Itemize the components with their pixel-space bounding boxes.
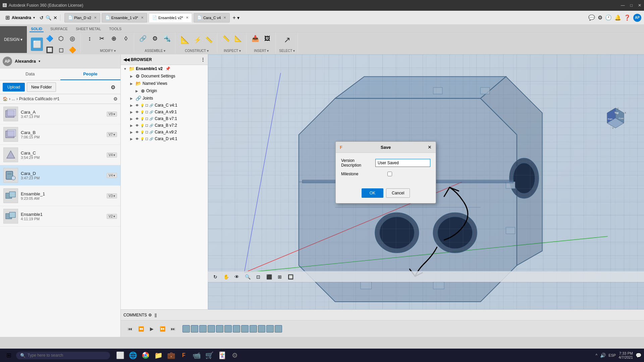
inspect-label[interactable]: INSPECT ▾: [224, 49, 241, 53]
form-icon[interactable]: ◻: [56, 45, 66, 55]
insert-label[interactable]: INSERT ▾: [254, 49, 269, 53]
file-item-ensamble1[interactable]: Ensamble_1 9:23:05 AM V3 ▾: [0, 186, 120, 206]
snap-icon[interactable]: 🔲: [286, 273, 295, 281]
select-label[interactable]: SELECT ▾: [279, 49, 295, 53]
user-dropdown-arrow[interactable]: ▾: [39, 59, 40, 63]
modify-label[interactable]: MODIFY ▾: [100, 49, 115, 53]
timeline-step[interactable]: [216, 325, 223, 333]
tab-add-button[interactable]: +: [232, 15, 235, 21]
assemble-label[interactable]: ASSEMBLE ▾: [145, 49, 165, 53]
mirror-icon[interactable]: 🔶: [67, 45, 78, 55]
grid-toggle-icon[interactable]: ⊞: [275, 273, 284, 281]
refresh-icon[interactable]: ↺: [40, 15, 44, 20]
version-badge-cara-c[interactable]: V4 ▾: [107, 153, 117, 158]
tab-cara-c[interactable]: 📄 Cara_C v4 ✕: [194, 13, 230, 22]
browser-options-icon[interactable]: ⋮: [201, 57, 205, 62]
comments-expand-icon[interactable]: ||: [155, 313, 157, 317]
breadcrumb-ellipsis[interactable]: ...: [12, 97, 15, 101]
tab-plan-d[interactable]: 📄 Plan_D v2 ✕: [64, 13, 100, 22]
insert-mesh-icon[interactable]: 📥: [250, 33, 261, 44]
tab-tools[interactable]: TOOLS: [108, 26, 123, 32]
edge-icon[interactable]: 🌐: [127, 349, 139, 361]
taskbar-search-input[interactable]: [28, 353, 101, 358]
timeline-step[interactable]: [233, 325, 240, 333]
move-icon[interactable]: ◊: [120, 33, 131, 44]
cara-d-light-icon[interactable]: 💡: [140, 137, 144, 141]
orbit-icon[interactable]: ↻: [211, 273, 220, 281]
file-item-cara-d[interactable]: Cara_D 3:47:23 PM V4 ▾: [0, 165, 120, 186]
file-item-ensamble1-v2[interactable]: Ensamble1 4:11:19 PM V2 ▾: [0, 206, 120, 227]
pan-icon[interactable]: ✋: [221, 273, 231, 281]
tab-surface[interactable]: SURFACE: [49, 26, 69, 32]
minimize-button[interactable]: —: [621, 3, 625, 8]
axis-icon[interactable]: 📏: [204, 35, 214, 45]
language-label[interactable]: ESP: [608, 353, 616, 357]
version-description-input[interactable]: [375, 159, 430, 167]
explorer-icon[interactable]: 📁: [152, 349, 164, 361]
cara-d-vis-icon[interactable]: 👁: [136, 137, 139, 141]
offset-plane-icon[interactable]: 📐: [179, 33, 191, 47]
breadcrumb-settings[interactable]: ⚙: [113, 96, 118, 102]
fit-screen-icon[interactable]: ⊡: [254, 273, 263, 281]
cara-b1-light-icon[interactable]: 💡: [140, 117, 144, 121]
cara-a2-light-icon[interactable]: 💡: [140, 130, 144, 134]
timeline-step[interactable]: [191, 325, 198, 333]
browser-doc-settings[interactable]: ▶ ⚙ Document Settings: [121, 72, 208, 80]
browser-cara-c[interactable]: ▶ 👁 💡 □ 🔗 Cara_C v4:1: [121, 102, 208, 109]
user-name[interactable]: Alexandra: [12, 15, 31, 20]
hole-icon[interactable]: ◎: [67, 33, 78, 44]
save-dialog-close-button[interactable]: ✕: [428, 144, 432, 150]
grid-icon[interactable]: ⊞: [5, 14, 10, 21]
contact-icon[interactable]: 🔩: [162, 33, 172, 44]
new-component-icon[interactable]: ⬜: [31, 38, 43, 51]
cara-a2-vis-icon[interactable]: 👁: [136, 130, 139, 134]
joint-icon[interactable]: 🔗: [138, 33, 148, 44]
view-cube[interactable]: Top Front Right Z X Y: [604, 106, 627, 130]
zoom-icon[interactable]: 🔍: [243, 273, 252, 281]
taskbar-clock[interactable]: 7:33 PM 4/7/2021: [619, 351, 633, 359]
cara-c-vis-icon[interactable]: 👁: [136, 104, 139, 107]
cara-b2-vis-icon[interactable]: 👁: [136, 124, 139, 127]
cara-b2-light-icon[interactable]: 💡: [140, 124, 144, 127]
browser-collapse-icon[interactable]: ◀◀: [123, 57, 129, 62]
timeline-play-icon[interactable]: ▶: [148, 325, 156, 333]
zoom-icon-taskbar[interactable]: 📹: [191, 349, 203, 361]
midplane-icon[interactable]: ⚡: [192, 35, 203, 45]
timeline-step[interactable]: [250, 325, 257, 333]
extrude-icon[interactable]: 🔷: [44, 33, 55, 44]
chat-icon[interactable]: 💬: [588, 14, 595, 21]
save-cancel-button[interactable]: Cancel: [386, 188, 410, 198]
tab-ensamble1-v2[interactable]: 📄 Ensamble1 v2* ✕: [149, 13, 192, 22]
tab-solid[interactable]: SOLID: [30, 26, 44, 32]
tab-ensamble1-v3-close[interactable]: ✕: [141, 16, 144, 19]
taskbar-search-bar[interactable]: 🔍: [16, 352, 110, 359]
taskview-icon[interactable]: ⬜: [114, 349, 126, 361]
timeline-next-icon[interactable]: ⏩: [158, 325, 166, 333]
version-badge-cara-d[interactable]: V4 ▾: [107, 173, 117, 178]
timeline-step[interactable]: [224, 325, 232, 333]
volume-icon[interactable]: 🔊: [600, 353, 606, 358]
chrome-icon[interactable]: [140, 349, 152, 361]
file-item-cara-a[interactable]: Cara_A 3:47:13 PM V9 ▾: [0, 104, 120, 124]
viewport[interactable]: Top Front Right Z X Y F Save ✕: [208, 54, 644, 309]
help-icon[interactable]: ❓: [624, 14, 631, 21]
select-icon[interactable]: ↗: [281, 33, 293, 47]
browser-joints[interactable]: ▶ 🔗 Joints: [121, 95, 208, 102]
breadcrumb-current[interactable]: Práctica Calificado nº1: [19, 97, 59, 101]
timeline-step[interactable]: [266, 325, 274, 333]
people-tab[interactable]: People: [60, 68, 121, 80]
cara-b1-vis-icon[interactable]: 👁: [136, 117, 139, 121]
new-folder-button[interactable]: New Folder: [27, 82, 56, 92]
timeline-last-icon[interactable]: ⏭: [169, 325, 177, 333]
interference-icon[interactable]: 📐: [233, 33, 244, 44]
data-tab[interactable]: Data: [0, 68, 60, 80]
user-avatar[interactable]: AP: [3, 57, 12, 66]
cara-c-light-icon[interactable]: 💡: [140, 104, 144, 107]
sketch-icon[interactable]: 🔲: [44, 45, 55, 55]
close-project-icon[interactable]: ✕: [53, 15, 57, 20]
look-at-icon[interactable]: 👁: [232, 273, 241, 281]
maximize-button[interactable]: □: [630, 3, 633, 8]
fillet-icon[interactable]: ✂: [96, 33, 107, 44]
combine-icon[interactable]: ⊕: [108, 33, 119, 44]
timeline-step[interactable]: [182, 325, 190, 333]
